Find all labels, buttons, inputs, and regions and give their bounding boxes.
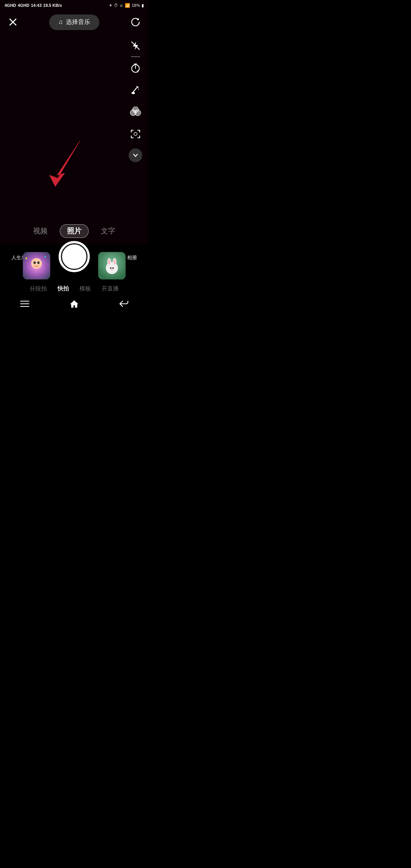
menu-button[interactable] [17, 296, 32, 311]
shutter-inner [61, 243, 88, 270]
album-label: 相册 [127, 254, 137, 261]
status-bar: 4GHD 4GHD 14:43 19.5 KB/s ✶ ⏱ ⚔ 📶 18% ▮ [0, 0, 148, 11]
signal-area: 4GHD 4GHD 14:43 19.5 KB/s [5, 3, 62, 8]
signal1: 4GHD [5, 3, 16, 8]
close-button[interactable] [6, 15, 20, 29]
bottom-nav [0, 295, 148, 312]
beauty-button[interactable] [128, 82, 143, 97]
sub-mode-template[interactable]: 模板 [80, 285, 91, 292]
right-toolbar: 3 [128, 38, 143, 162]
music-label: 选择音乐 [66, 18, 90, 26]
camera-viewfinder [0, 0, 148, 244]
shutter-button[interactable] [59, 241, 90, 272]
svg-point-11 [136, 86, 137, 87]
signal2: 4GHD [18, 3, 30, 8]
ar-scan-button[interactable] [128, 126, 143, 142]
mode-selector: 视频 照片 文字 [0, 224, 148, 238]
top-bar: ♫ 选择音乐 [0, 11, 148, 34]
flash-button[interactable] [128, 38, 143, 53]
svg-point-10 [138, 89, 139, 89]
refresh-button[interactable] [129, 15, 142, 29]
sub-mode-live[interactable]: 开直播 [102, 285, 119, 292]
svg-point-23 [37, 262, 40, 264]
svg-point-22 [33, 262, 36, 264]
music-icon: ♫ [58, 19, 63, 26]
svg-point-16 [134, 132, 137, 136]
more-button[interactable] [129, 148, 142, 162]
sub-mode-bar: 分段拍 快拍 模板 开直播 [0, 285, 148, 292]
sub-mode-quick[interactable]: 快拍 [57, 285, 69, 292]
shutter-row: ✦ ✦ ✦ 人生感悟 [0, 241, 148, 272]
arrow-annotation [34, 137, 95, 192]
svg-text:✦: ✦ [25, 256, 28, 260]
svg-point-21 [31, 258, 42, 269]
time: 14:43 [31, 3, 41, 8]
battery-icon: ▮ [142, 3, 144, 8]
battery-percent: 18% [132, 3, 140, 8]
filter-button[interactable] [128, 104, 143, 120]
svg-point-15 [132, 107, 139, 113]
back-button[interactable] [116, 296, 131, 311]
svg-text:✦: ✦ [44, 255, 46, 258]
status-right: ✶ ⏱ ⚔ 📶 18% ▮ [109, 3, 144, 8]
svg-point-31 [110, 267, 112, 269]
svg-text:3: 3 [137, 70, 139, 73]
svg-text:✦: ✦ [42, 271, 44, 273]
mode-video[interactable]: 视频 [33, 226, 48, 236]
select-music-button[interactable]: ♫ 选择音乐 [49, 14, 99, 30]
svg-point-9 [137, 86, 139, 88]
svg-rect-12 [132, 92, 135, 94]
home-button[interactable] [67, 296, 82, 311]
timer-button[interactable]: 3 [128, 60, 143, 75]
mode-photo[interactable]: 照片 [60, 224, 89, 238]
svg-point-29 [108, 259, 110, 265]
svg-point-33 [111, 269, 113, 270]
gallery-thumbnail[interactable]: ✦ ✦ ✦ [23, 252, 50, 279]
svg-line-8 [135, 88, 137, 89]
alarm-icon: ⏱ [114, 3, 118, 8]
album-thumbnail[interactable] [98, 252, 126, 279]
sub-mode-segment[interactable]: 分段拍 [30, 285, 47, 292]
network-icon: 📶 [125, 3, 130, 8]
bluetooth-icon: ✶ [109, 3, 112, 8]
speed: 19.5 KB/s [43, 3, 62, 8]
bell-icon: ⚔ [119, 3, 123, 8]
svg-point-30 [113, 259, 116, 265]
svg-point-32 [112, 267, 114, 269]
mode-text[interactable]: 文字 [101, 226, 115, 236]
